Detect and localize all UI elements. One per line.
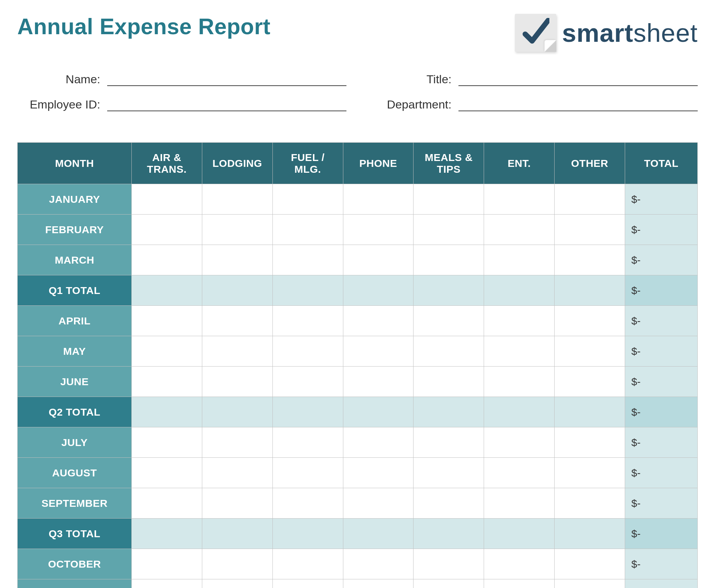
expense-cell[interactable] bbox=[202, 488, 272, 519]
expense-cell[interactable] bbox=[484, 275, 555, 306]
expense-cell[interactable] bbox=[202, 215, 272, 245]
expense-cell[interactable] bbox=[202, 458, 272, 488]
expense-cell[interactable] bbox=[132, 458, 202, 488]
expense-cell[interactable] bbox=[343, 306, 414, 336]
expense-cell[interactable] bbox=[202, 245, 272, 275]
expense-cell[interactable] bbox=[343, 519, 414, 549]
expense-cell[interactable] bbox=[414, 306, 484, 336]
expense-cell[interactable] bbox=[202, 275, 272, 306]
expense-cell[interactable] bbox=[555, 245, 625, 275]
expense-cell[interactable] bbox=[343, 275, 414, 306]
expense-cell[interactable] bbox=[272, 458, 343, 488]
expense-cell[interactable] bbox=[414, 184, 484, 215]
expense-cell[interactable] bbox=[132, 519, 202, 549]
expense-cell[interactable] bbox=[132, 488, 202, 519]
expense-cell[interactable] bbox=[414, 579, 484, 588]
expense-cell[interactable] bbox=[343, 397, 414, 427]
expense-cell[interactable] bbox=[414, 275, 484, 306]
expense-cell[interactable] bbox=[202, 367, 272, 397]
expense-cell[interactable] bbox=[484, 458, 555, 488]
expense-cell[interactable] bbox=[555, 427, 625, 458]
expense-cell[interactable] bbox=[132, 306, 202, 336]
name-input[interactable] bbox=[107, 73, 346, 86]
department-input[interactable] bbox=[458, 98, 698, 111]
expense-cell[interactable] bbox=[202, 549, 272, 579]
expense-cell[interactable] bbox=[343, 245, 414, 275]
expense-cell[interactable] bbox=[132, 579, 202, 588]
expense-cell[interactable] bbox=[202, 427, 272, 458]
expense-cell[interactable] bbox=[202, 336, 272, 367]
expense-cell[interactable] bbox=[343, 579, 414, 588]
expense-cell[interactable] bbox=[202, 306, 272, 336]
expense-cell[interactable] bbox=[132, 245, 202, 275]
expense-cell[interactable] bbox=[484, 245, 555, 275]
expense-cell[interactable] bbox=[132, 336, 202, 367]
expense-cell[interactable] bbox=[555, 275, 625, 306]
expense-cell[interactable] bbox=[272, 367, 343, 397]
expense-cell[interactable] bbox=[343, 427, 414, 458]
expense-cell[interactable] bbox=[343, 336, 414, 367]
expense-cell[interactable] bbox=[272, 306, 343, 336]
expense-cell[interactable] bbox=[414, 397, 484, 427]
expense-cell[interactable] bbox=[555, 579, 625, 588]
expense-cell[interactable] bbox=[484, 336, 555, 367]
expense-cell[interactable] bbox=[414, 519, 484, 549]
expense-cell[interactable] bbox=[343, 458, 414, 488]
expense-cell[interactable] bbox=[202, 519, 272, 549]
expense-cell[interactable] bbox=[484, 427, 555, 458]
expense-cell[interactable] bbox=[555, 367, 625, 397]
expense-cell[interactable] bbox=[272, 488, 343, 519]
expense-cell[interactable] bbox=[343, 367, 414, 397]
expense-cell[interactable] bbox=[343, 215, 414, 245]
expense-cell[interactable] bbox=[414, 549, 484, 579]
expense-cell[interactable] bbox=[414, 336, 484, 367]
expense-cell[interactable] bbox=[414, 427, 484, 458]
expense-cell[interactable] bbox=[272, 579, 343, 588]
expense-cell[interactable] bbox=[484, 215, 555, 245]
expense-cell[interactable] bbox=[132, 275, 202, 306]
employee-id-input[interactable] bbox=[107, 98, 346, 111]
expense-cell[interactable] bbox=[272, 397, 343, 427]
expense-cell[interactable] bbox=[414, 488, 484, 519]
expense-cell[interactable] bbox=[555, 519, 625, 549]
expense-cell[interactable] bbox=[555, 549, 625, 579]
expense-cell[interactable] bbox=[272, 336, 343, 367]
expense-cell[interactable] bbox=[272, 184, 343, 215]
expense-cell[interactable] bbox=[555, 488, 625, 519]
expense-cell[interactable] bbox=[343, 184, 414, 215]
expense-cell[interactable] bbox=[132, 397, 202, 427]
expense-cell[interactable] bbox=[272, 245, 343, 275]
expense-cell[interactable] bbox=[484, 367, 555, 397]
expense-cell[interactable] bbox=[132, 367, 202, 397]
expense-cell[interactable] bbox=[414, 215, 484, 245]
expense-cell[interactable] bbox=[132, 427, 202, 458]
expense-cell[interactable] bbox=[132, 549, 202, 579]
expense-cell[interactable] bbox=[202, 579, 272, 588]
expense-cell[interactable] bbox=[484, 549, 555, 579]
expense-cell[interactable] bbox=[414, 367, 484, 397]
expense-cell[interactable] bbox=[484, 184, 555, 215]
expense-cell[interactable] bbox=[484, 519, 555, 549]
expense-cell[interactable] bbox=[132, 184, 202, 215]
expense-cell[interactable] bbox=[555, 184, 625, 215]
expense-cell[interactable] bbox=[555, 336, 625, 367]
expense-cell[interactable] bbox=[202, 397, 272, 427]
expense-cell[interactable] bbox=[555, 397, 625, 427]
expense-cell[interactable] bbox=[272, 519, 343, 549]
expense-cell[interactable] bbox=[272, 427, 343, 458]
expense-cell[interactable] bbox=[272, 275, 343, 306]
expense-cell[interactable] bbox=[555, 215, 625, 245]
expense-cell[interactable] bbox=[484, 306, 555, 336]
expense-cell[interactable] bbox=[414, 245, 484, 275]
expense-cell[interactable] bbox=[272, 215, 343, 245]
expense-cell[interactable] bbox=[272, 549, 343, 579]
expense-cell[interactable] bbox=[343, 549, 414, 579]
expense-cell[interactable] bbox=[414, 458, 484, 488]
expense-cell[interactable] bbox=[132, 215, 202, 245]
expense-cell[interactable] bbox=[484, 488, 555, 519]
expense-cell[interactable] bbox=[555, 458, 625, 488]
expense-cell[interactable] bbox=[202, 184, 272, 215]
expense-cell[interactable] bbox=[555, 306, 625, 336]
expense-cell[interactable] bbox=[343, 488, 414, 519]
title-input[interactable] bbox=[458, 73, 698, 86]
